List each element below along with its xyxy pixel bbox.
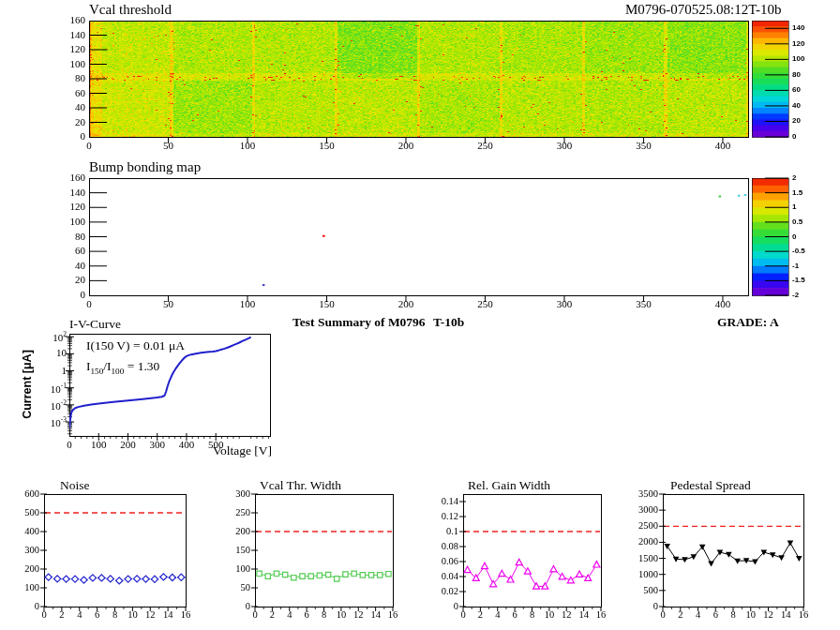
colorbar-tick-label: 0.5 (792, 218, 802, 226)
colorbar-tick-label: -1 (792, 262, 799, 270)
pedestal-spread-plot-title: Pedestal Spread (670, 479, 751, 492)
y-tick-label: 300 (0, 545, 39, 555)
colorbar-tick-label: -2 (792, 292, 799, 299)
x-tick-label: 0 (68, 299, 110, 310)
y-tick-label: 0.06 (412, 556, 458, 566)
colorbar-tick-label: 40 (792, 102, 801, 110)
summary-title: Test Summary of M0796 (292, 316, 426, 329)
x-tick-label: 200 (385, 299, 427, 310)
colorbar-tick-label: 20 (792, 117, 801, 125)
colorbar-tick-label: 60 (792, 86, 801, 94)
y-tick-label: 1000 (611, 569, 658, 579)
y-tick-label: 50 (203, 582, 250, 592)
y-tick-label: 200 (203, 526, 250, 536)
x-tick-label: 50 (147, 141, 188, 152)
iv-y-axis-label: Current [μA] (22, 350, 34, 419)
y-tick-label: 100 (38, 217, 85, 228)
y-tick-label: 0 (203, 601, 250, 611)
y-tick-label: 250 (203, 507, 250, 518)
y-tick-label: 0.14 (412, 496, 458, 506)
y-tick-label: 2000 (611, 536, 658, 547)
y-tick-label: 140 (38, 188, 85, 199)
y-tick-label: 160 (38, 15, 85, 26)
x-tick-label: 200 (385, 141, 427, 152)
x-tick-label: 100 (227, 141, 268, 152)
colorbar-tick-label: 1.5 (792, 189, 802, 197)
y-tick-label: 40 (38, 261, 85, 272)
y-tick-label: 400 (0, 526, 39, 536)
y-tick-label: 0 (412, 601, 458, 611)
module-test-report-page: 0204060801001201401600501001502002503003… (0, 0, 840, 630)
x-tick-label: 50 (147, 299, 188, 310)
y-tick-label: 140 (38, 30, 85, 41)
y-tick-label: 102 (20, 331, 67, 343)
y-tick-label: 0.04 (412, 571, 458, 581)
iv-annotation: I(150 V) = 0.01 μA (86, 339, 185, 352)
x-tick-label: 250 (464, 141, 505, 152)
y-tick-label: 160 (38, 172, 85, 184)
x-tick-label: 16 (165, 609, 206, 620)
colorbar-tick-label: -1.5 (792, 277, 805, 284)
x-tick-label: 350 (622, 141, 664, 152)
y-tick-label: 100 (0, 582, 39, 592)
summary-subtitle: T-10b (433, 316, 464, 329)
y-tick-label: 3000 (611, 504, 658, 515)
colorbar-tick-label: 1 (792, 203, 796, 211)
colorbar-tick-label: 0 (792, 133, 796, 141)
iv-curve-title: I-V-Curve (69, 318, 121, 331)
y-tick-label: 100 (203, 563, 250, 574)
iv-annotation: I150/I100 = 1.30 (86, 360, 159, 376)
y-tick-label: 0 (0, 601, 39, 611)
x-tick-label: 16 (372, 609, 413, 620)
x-tick-label: 100 (227, 299, 268, 310)
y-tick-label: 1500 (611, 553, 658, 563)
y-tick-label: 80 (38, 73, 85, 84)
y-tick-label: 0.02 (412, 586, 458, 596)
x-tick-label: 300 (544, 141, 585, 152)
x-tick-label: 150 (306, 299, 347, 310)
y-tick-label: 20 (38, 275, 85, 286)
grade-badge: GRADE: A (717, 316, 779, 329)
y-tick-label: 120 (38, 202, 85, 213)
y-tick-label: 0.12 (412, 511, 458, 521)
colorbar-tick-label: -0.5 (792, 248, 805, 255)
module-id-title: M0796-070525.08:12T-10b (625, 3, 782, 18)
y-tick-label: 150 (203, 545, 250, 555)
x-tick-label: 150 (306, 141, 347, 152)
y-tick-label: 120 (38, 44, 85, 55)
vcal-threshold-title: Vcal threshold (89, 3, 172, 18)
iv-x-axis-label: Voltage [V] (188, 444, 272, 458)
y-tick-label: 500 (0, 507, 39, 518)
noise-plot-title: Noise (60, 479, 90, 492)
colorbar-tick-label: 120 (792, 40, 804, 48)
y-tick-label: 0 (611, 601, 658, 611)
y-tick-label: 80 (38, 232, 85, 243)
x-tick-label: 300 (544, 299, 585, 310)
colorbar-tick-label: 80 (792, 71, 801, 79)
y-tick-label: 0.08 (412, 541, 458, 551)
colorbar-tick-label: 0 (792, 233, 796, 241)
y-tick-label: 60 (38, 246, 85, 257)
x-tick-label: 0 (68, 141, 110, 152)
y-tick-label: 2500 (611, 520, 658, 531)
y-tick-label: 20 (38, 117, 85, 128)
x-tick-label: 16 (783, 609, 824, 620)
colorbar-tick-label: 140 (792, 24, 804, 32)
y-tick-label: 200 (0, 563, 39, 574)
x-tick-label: 400 (702, 299, 743, 310)
bump-bonding-title: Bump bonding map (89, 160, 201, 175)
rel-gain-width-plot-title: Rel. Gain Width (468, 479, 550, 492)
y-tick-label: 600 (0, 488, 39, 499)
y-tick-label: 3500 (611, 488, 658, 499)
x-tick-label: 350 (622, 299, 664, 310)
y-tick-label: 40 (38, 102, 85, 113)
vcal-width-plot-title: Vcal Thr. Width (260, 479, 341, 492)
y-tick-label: 0.1 (412, 526, 458, 536)
colorbar-tick-label: 2 (792, 174, 796, 182)
x-tick-label: 400 (702, 141, 743, 152)
y-tick-label: 60 (38, 88, 85, 99)
y-tick-label: 500 (611, 585, 658, 595)
y-tick-label: 100 (38, 59, 85, 70)
colorbar-tick-label: 100 (792, 55, 804, 63)
y-tick-label: 300 (203, 488, 250, 499)
